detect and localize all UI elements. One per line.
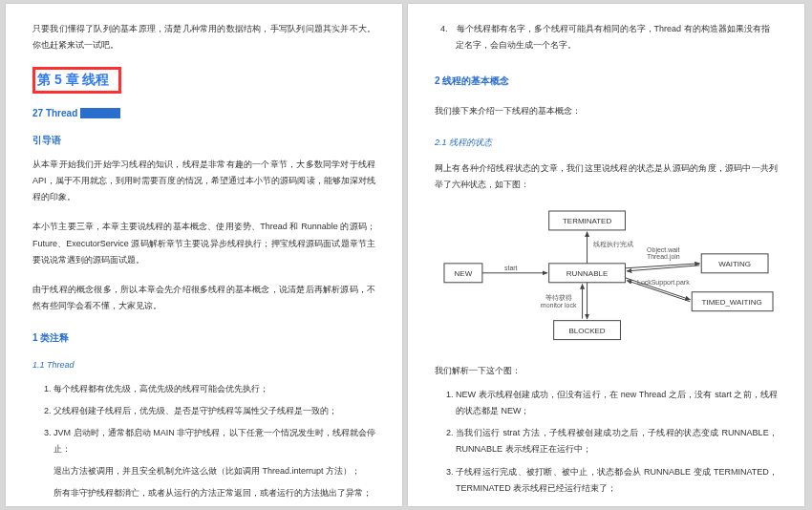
svg-text:monitor lock: monitor lock <box>541 302 577 308</box>
heading-2-1: 2.1 线程的状态 <box>435 137 778 149</box>
label-done: 线程执行完成 <box>593 241 633 247</box>
paragraph-1: 从本章开始我们开始学习线程的知识，线程是非常有趣的一个章节，大多数同学对于线程 … <box>32 157 375 205</box>
heading-1: 1 类注释 <box>32 331 375 345</box>
heading-1-1: 1.1 Thread <box>32 360 375 370</box>
list-item-1: 每个线程都有优先级，高优先级的线程可能会优先执行； <box>53 381 375 397</box>
list-right: NEW 表示线程创建成功，但没有运行，在 new Thread 之后，没有 st… <box>435 387 778 497</box>
paragraph-2-1: 网上有各种介绍线程状态的文章，我们这里说线程的状态是从源码的角度，源码中一共列举… <box>435 160 778 193</box>
box-terminated: TERMINATED <box>563 217 611 225</box>
heading-27-redacted: 源码解析 <box>80 108 120 118</box>
chapter-title-box: 第 5 章 线程 <box>32 67 121 94</box>
page-right: 4. 每个线程都有名字，多个线程可能具有相同的名字，Thread 有的构造器如果… <box>408 4 804 506</box>
rlist-item-3: 子线程运行完成、被打断、被中止，状态都会从 RUNNABLE 变成 TERMIN… <box>456 464 778 497</box>
list-item-3: JVM 启动时，通常都启动 MAIN 非守护线程，以下任意一个情况发生时，线程就… <box>53 425 375 457</box>
indent-2: 所有非守护线程都消亡，或者从运行的方法正常返回，或者运行的方法抛出了异常； <box>53 485 375 501</box>
label-start: start <box>504 265 518 271</box>
state-diagram: TERMINATED NEW RUNNABLE WAITING TIMED_WA… <box>435 206 778 351</box>
list-item-2: 父线程创建子线程后，优先级、是否是守护线程等属性父子线程是一致的； <box>53 403 375 419</box>
section-27-heading: 27 Thread 源码解析 <box>32 107 375 120</box>
rlist-item-2: 当我们运行 strat 方法，子线程被创建成功之后，子线程的状态变成 RUNNA… <box>456 425 778 457</box>
svg-text:LockSupport.park: LockSupport.park <box>637 279 690 287</box>
box-waiting: WAITING <box>718 260 751 268</box>
svg-text:等待获得: 等待获得 <box>545 294 572 301</box>
list-left: 每个线程都有优先级，高优先级的线程可能会优先执行； 父线程创建子线程后，优先级、… <box>32 381 375 457</box>
rlist-item-1: NEW 表示线程创建成功，但没有运行，在 new Thread 之后，没有 st… <box>456 387 778 419</box>
chapter-title: 第 5 章 线程 <box>37 72 109 87</box>
intro-text: 只要我们懂得了队列的基本原理，清楚几种常用的数据结构，手写队列问题其实并不大。你… <box>32 21 375 53</box>
explain-text: 我们解析一下这个图： <box>435 363 778 379</box>
lead-heading: 引导语 <box>32 134 375 147</box>
box-blocked: BLOCKED <box>569 327 606 335</box>
paragraph-3: 由于线程的概念很多，所以本章会先介绍很多线程的基本概念，说清楚后再解析源码，不然… <box>32 282 375 314</box>
paragraph-2: 本小节主要三章，本章主要说线程的基本概念、使用姿势、Thread 和 Runna… <box>32 219 375 267</box>
box-timed-waiting: TIMED_WAITING <box>702 298 762 307</box>
heading-2: 2 线程的基本概念 <box>435 74 778 88</box>
indent-1: 退出方法被调用，并且安全机制允许这么做（比如调用 Thread.interrup… <box>53 463 375 479</box>
intro-2: 我们接下来介绍一下线程的基本概念： <box>435 103 778 119</box>
state-diagram-svg: TERMINATED NEW RUNNABLE WAITING TIMED_WA… <box>435 206 778 350</box>
list-item-4: 4. 每个线程都有名字，多个线程可能具有相同的名字，Thread 有的构造器如果… <box>435 21 778 53</box>
page-left: 只要我们懂得了队列的基本原理，清楚几种常用的数据结构，手写队列问题其实并不大。你… <box>6 4 402 506</box>
box-runnable: RUNNABLE <box>566 269 608 278</box>
heading-27-label: 27 Thread <box>32 108 80 118</box>
svg-text:Thread.join: Thread.join <box>647 253 680 261</box>
box-new: NEW <box>455 269 473 278</box>
